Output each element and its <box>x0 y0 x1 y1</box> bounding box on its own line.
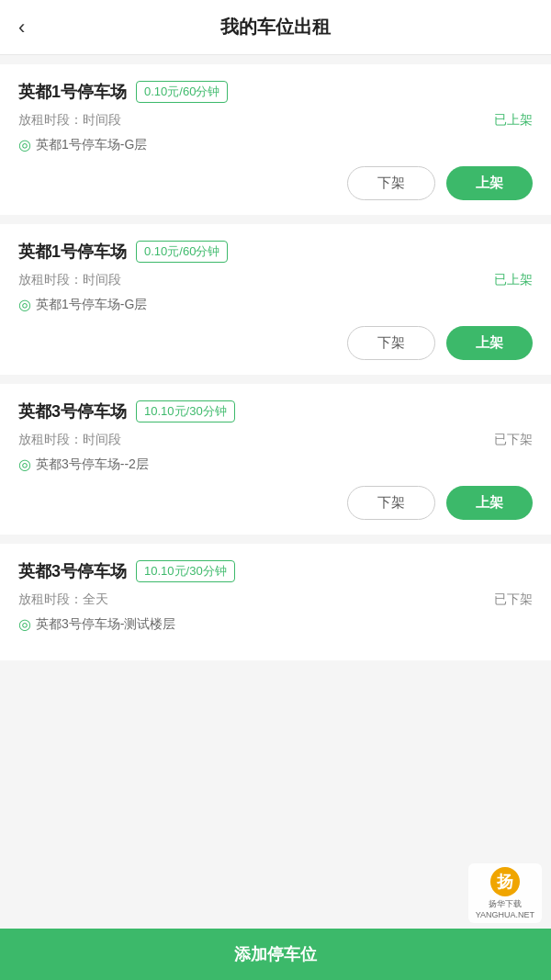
card-3-actions: 下架 上架 <box>18 486 533 520</box>
price-badge-3: 10.10元/30分钟 <box>136 400 235 422</box>
location-icon-1: ◎ <box>18 136 31 153</box>
offline-button-2[interactable]: 下架 <box>347 326 435 360</box>
offline-button-3[interactable]: 下架 <box>347 486 435 520</box>
location-row-1: ◎ 英都1号停车场-G层 <box>18 136 533 153</box>
card-4-header: 英都3号停车场 10.10元/30分钟 <box>18 560 533 582</box>
lot-name-2: 英都1号停车场 <box>18 241 127 263</box>
location-row-4: ◎ 英都3号停车场-测试楼层 <box>18 615 533 633</box>
page-title: 我的车位出租 <box>220 15 331 39</box>
card-3-header: 英都3号停车场 10.10元/30分钟 <box>18 400 533 422</box>
content-area: 英都1号停车场 0.10元/60分钟 放租时段：时间段 已上架 ◎ 英都1号停车… <box>0 64 551 734</box>
watermark-line2: YANGHUA.NET <box>476 910 534 919</box>
status-3: 已下架 <box>494 432 533 448</box>
rental-time-1: 放租时段：时间段 <box>18 112 121 129</box>
back-icon: ‹ <box>18 16 25 39</box>
watermark-logo: 扬 <box>490 867 520 896</box>
rental-time-4: 放租时段：全天 <box>18 591 108 608</box>
status-2: 已上架 <box>494 272 533 288</box>
card-2-header: 英都1号停车场 0.10元/60分钟 <box>18 241 533 263</box>
card-3-info-row: 放租时段：时间段 已下架 <box>18 432 533 448</box>
lot-name-3: 英都3号停车场 <box>18 400 127 422</box>
add-parking-bar[interactable]: 添加停车位 <box>0 929 551 980</box>
card-4-info-row: 放租时段：全天 已下架 <box>18 591 533 608</box>
status-1: 已上架 <box>494 112 533 129</box>
location-text-4: 英都3号停车场-测试楼层 <box>36 616 175 633</box>
location-text-1: 英都1号停车场-G层 <box>36 137 147 153</box>
price-badge-4: 10.10元/30分钟 <box>136 560 235 582</box>
location-text-3: 英都3号停车场--2层 <box>36 456 149 473</box>
card-1-header: 英都1号停车场 0.10元/60分钟 <box>18 81 533 103</box>
card-2-info-row: 放租时段：时间段 已上架 <box>18 272 533 288</box>
price-badge-1: 0.10元/60分钟 <box>136 81 228 103</box>
parking-card-1: 英都1号停车场 0.10元/60分钟 放租时段：时间段 已上架 ◎ 英都1号停车… <box>0 64 551 215</box>
card-2-actions: 下架 上架 <box>18 326 533 360</box>
location-text-2: 英都1号停车场-G层 <box>36 297 147 313</box>
location-icon-3: ◎ <box>18 456 31 473</box>
watermark: 扬 扬华下载 YANGHUA.NET <box>468 863 542 923</box>
location-row-3: ◎ 英都3号停车场--2层 <box>18 456 533 473</box>
parking-card-2: 英都1号停车场 0.10元/60分钟 放租时段：时间段 已上架 ◎ 英都1号停车… <box>0 224 551 375</box>
watermark-line1: 扬华下载 <box>489 898 522 910</box>
card-1-info-row: 放租时段：时间段 已上架 <box>18 112 533 129</box>
parking-card-4: 英都3号停车场 10.10元/30分钟 放租时段：全天 已下架 ◎ 英都3号停车… <box>0 544 551 660</box>
offline-button-1[interactable]: 下架 <box>347 166 435 200</box>
parking-card-3: 英都3号停车场 10.10元/30分钟 放租时段：时间段 已下架 ◎ 英都3号停… <box>0 384 551 535</box>
price-badge-2: 0.10元/60分钟 <box>136 241 228 263</box>
header: ‹ 我的车位出租 <box>0 0 551 55</box>
lot-name-4: 英都3号停车场 <box>18 560 127 582</box>
rental-time-2: 放租时段：时间段 <box>18 272 121 288</box>
location-row-2: ◎ 英都1号停车场-G层 <box>18 296 533 313</box>
card-1-actions: 下架 上架 <box>18 166 533 200</box>
add-parking-label: 添加停车位 <box>234 945 317 963</box>
back-button[interactable]: ‹ <box>18 16 25 39</box>
status-4: 已下架 <box>494 591 533 608</box>
rental-time-3: 放租时段：时间段 <box>18 432 121 448</box>
location-icon-2: ◎ <box>18 296 31 313</box>
location-icon-4: ◎ <box>18 615 31 633</box>
online-button-2[interactable]: 上架 <box>446 326 533 360</box>
lot-name-1: 英都1号停车场 <box>18 81 127 103</box>
online-button-1[interactable]: 上架 <box>446 166 533 200</box>
online-button-3[interactable]: 上架 <box>446 486 533 520</box>
